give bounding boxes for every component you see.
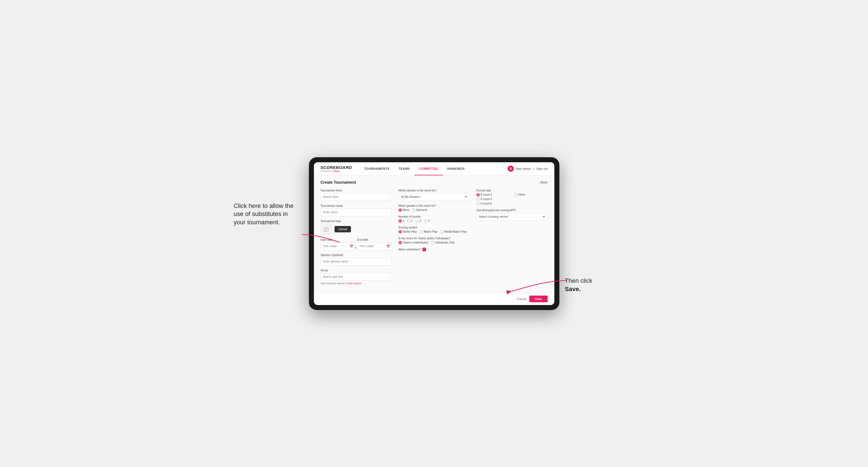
individuals-only-radio[interactable] — [431, 241, 434, 244]
gender-mens-radio[interactable] — [399, 209, 402, 212]
nav-tournaments[interactable]: TOURNAMENTS — [360, 162, 394, 176]
teams-plus-radio[interactable] — [399, 241, 402, 244]
gender-womens[interactable]: Womens — [412, 209, 427, 212]
scoring-api-label: Use third-party live scoring API? — [476, 209, 548, 212]
substitutes-label: Allow substitutes? — [399, 248, 421, 251]
gender-group: Which gender is the event for? Mens Wome… — [399, 204, 470, 212]
form-col-left: Tournament Host ⌄ Tournament name Tourna — [320, 189, 392, 288]
save-button[interactable]: Save — [529, 295, 548, 302]
rounds-label: Number of rounds — [399, 215, 470, 218]
rounds-3-radio[interactable] — [415, 219, 419, 223]
nav-items: TOURNAMENTS TEAMS COMMITTEE RANKINGS — [360, 162, 508, 176]
gender-mens[interactable]: Mens — [399, 209, 409, 212]
format-6count4-radio[interactable] — [476, 197, 480, 201]
tournament-logo-group: Tournament logo Upload — [320, 220, 392, 235]
scoring-medal-radio[interactable] — [440, 230, 443, 234]
form-footer: Cancel Save — [314, 292, 554, 305]
host-dropdown-icon: ⌄ — [388, 195, 390, 198]
logo-upload-area: Upload — [320, 224, 392, 235]
end-date-label: End date — [357, 238, 392, 241]
rounds-4[interactable]: 4 — [424, 219, 430, 223]
nav-user-area: B blair admin | Sign out — [507, 165, 548, 172]
sponsor-label: Sponsor (optional) — [320, 253, 392, 257]
division-select[interactable]: NCAA Division I — [399, 193, 470, 201]
format-6count5[interactable]: 6 count 5 — [476, 202, 510, 206]
form-columns: Tournament Host ⌄ Tournament name Tourna — [320, 189, 548, 288]
format-other[interactable]: Other — [514, 193, 548, 196]
venue-email-support-link[interactable]: email support — [346, 282, 361, 285]
format-5count4[interactable]: 5 count 4 — [476, 193, 510, 196]
avatar: B — [507, 165, 514, 172]
division-group: Which division is the event for? NCAA Di… — [399, 189, 470, 201]
navigation: SCOREBOARD Powered by clippd TOURNAMENTS… — [314, 162, 554, 176]
format-5count4-radio[interactable] — [476, 193, 480, 196]
sign-out-link[interactable]: Sign out — [536, 167, 548, 170]
rounds-1[interactable]: 1 — [399, 219, 404, 223]
start-date-calendar-icon: 📅 — [349, 244, 353, 248]
annotation-left: Click here to allow the use of substitut… — [234, 202, 301, 226]
start-date-group: Start date 📅 — [320, 238, 355, 250]
page-title: Create Tournament — [320, 180, 356, 185]
scoring-stroke-radio[interactable] — [399, 230, 402, 234]
nav-teams[interactable]: TEAMS — [394, 162, 414, 176]
tournament-host-label: Tournament Host — [320, 189, 392, 192]
individuals-only[interactable]: Individuals Only — [431, 241, 455, 244]
teams-radio-group: Teams (+Individuals) Individuals Only — [399, 241, 470, 244]
tournament-name-input[interactable] — [320, 209, 392, 216]
logo-placeholder-icon — [320, 224, 332, 235]
format-6count5-radio[interactable] — [476, 202, 480, 206]
sponsor-input[interactable] — [320, 258, 392, 266]
nav-rankings[interactable]: RANKINGS — [443, 162, 469, 176]
venue-input-wrap: ⌄ — [320, 273, 392, 281]
format-6count4[interactable]: 6 count 4 — [476, 197, 510, 201]
page-header: Create Tournament Back — [320, 180, 548, 185]
venue-dropdown-icon: ⌄ — [388, 275, 390, 278]
rounds-1-radio[interactable] — [399, 219, 402, 223]
cancel-button[interactable]: Cancel — [517, 297, 527, 301]
substitutes-group: Allow substitutes? ✓ — [399, 248, 470, 251]
rounds-2-radio[interactable] — [407, 219, 410, 223]
scoring-medal[interactable]: Medal Match Play — [440, 230, 466, 234]
tournament-name-label: Tournament name — [320, 204, 392, 207]
scoring-match[interactable]: Match Play — [420, 230, 437, 234]
dates-group: Start date 📅 End date — [320, 238, 392, 250]
scoring-stroke[interactable]: Stroke Play — [399, 230, 417, 234]
gender-radio-group: Mens Womens — [399, 209, 470, 212]
venue-input[interactable] — [320, 273, 392, 281]
tournament-name-group: Tournament name — [320, 204, 392, 216]
gender-womens-radio[interactable] — [412, 209, 415, 212]
form-col-mid: Which division is the event for? NCAA Di… — [399, 189, 470, 288]
end-date-group: End date 📅 — [357, 238, 392, 250]
substitutes-checkbox[interactable]: ✓ — [423, 248, 426, 251]
logo-scoreboard: SCOREBOARD — [320, 165, 352, 170]
scoring-match-radio[interactable] — [420, 230, 423, 234]
scoring-system-label: Scoring system — [399, 226, 470, 229]
start-date-wrap: 📅 — [320, 242, 355, 250]
content-area: Create Tournament Back Tournament Host ⌄ — [314, 176, 554, 292]
tablet-screen: SCOREBOARD Powered by clippd TOURNAMENTS… — [314, 162, 554, 305]
user-name: blair admin — [516, 167, 531, 170]
rounds-4-radio[interactable] — [424, 219, 427, 223]
scoring-api-select[interactable]: Select a scoring service — [476, 213, 548, 221]
rounds-group: Number of rounds 1 2 — [399, 215, 470, 223]
venue-help-text: Can't find your venue? email support — [320, 282, 392, 285]
gender-label: Which gender is the event for? — [399, 204, 470, 207]
teams-plus[interactable]: Teams (+Individuals) — [399, 241, 428, 244]
scoring-api-group: Use third-party live scoring API? Select… — [476, 209, 548, 221]
back-button[interactable]: Back — [539, 181, 548, 184]
upload-button[interactable]: Upload — [335, 226, 351, 232]
rounds-3[interactable]: 3 — [415, 219, 421, 223]
end-date-wrap: 📅 — [357, 242, 392, 250]
tournament-logo-label: Tournament logo — [320, 220, 392, 223]
tournament-host-input[interactable] — [320, 193, 392, 201]
format-type-group: Format type 5 count 4 Other — [476, 189, 548, 206]
rounds-2[interactable]: 2 — [407, 219, 413, 223]
end-date-calendar-icon: 📅 — [386, 244, 390, 248]
format-other-radio[interactable] — [514, 193, 518, 196]
svg-point-3 — [325, 228, 326, 229]
date-row: Start date 📅 End date — [320, 238, 392, 250]
scoring-system-group: Scoring system Stroke Play Match Play — [399, 226, 470, 234]
format-options-grid: 5 count 4 Other 6 count 4 — [476, 193, 548, 206]
nav-committee[interactable]: COMMITTEE — [414, 162, 443, 176]
start-date-label: Start date — [320, 238, 355, 241]
